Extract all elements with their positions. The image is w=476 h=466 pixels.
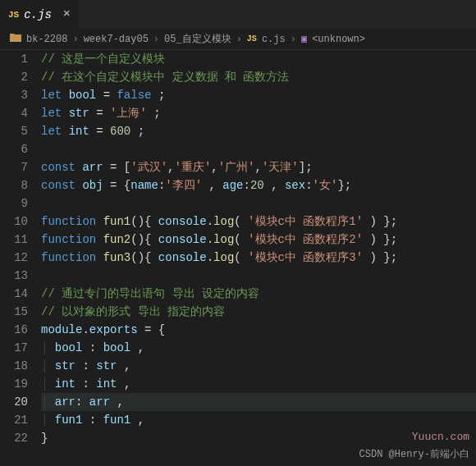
file-tab[interactable]: JS c.js × [0,0,80,29]
code-line: const arr = ['武汉','重庆','广州','天津']; [41,158,476,176]
line-gutter: 12345678910111213141516171819202122 [0,50,41,464]
line-number: 10 [0,212,28,231]
code-line: function fun1(){ console.log( '模块c中 函数程序… [41,212,476,231]
code-line: // 通过专门的导出语句 导出 设定的内容 [41,285,476,303]
line-number: 4 [0,104,28,122]
breadcrumb-file[interactable]: c.js [262,34,286,45]
line-number: 9 [0,194,28,212]
js-file-icon: JS [247,34,257,43]
code-line: let bool = false ; [41,86,476,104]
breadcrumb-seg[interactable]: bk-2208 [26,34,67,45]
watermark: Yuucn.com [412,431,469,443]
line-number: 18 [0,357,28,375]
code-line: } [41,429,476,447]
breadcrumb-seg[interactable]: week7-day05 [84,34,149,45]
line-number: 13 [0,267,28,285]
code-line: let int = 600 ; [41,122,476,140]
tab-bar: JS c.js × [0,0,476,29]
line-number: 2 [0,68,28,86]
chevron-right-icon: › [236,34,242,45]
code-line: // 这是一个自定义模块 [41,50,476,68]
line-number: 6 [0,140,28,158]
code-line: const obj = {name:'李四' , age:20 , sex:'女… [41,176,476,194]
line-number: 21 [0,411,28,429]
code-line: │ str : str , [41,357,476,375]
folder-icon [10,33,21,46]
code-line: │ bool : bool , [41,339,476,357]
watermark: CSDN @Henry-前端小白 [359,447,469,461]
breadcrumb-seg[interactable]: 05_自定义模块 [164,32,231,46]
line-number: 11 [0,231,28,249]
line-number: 22 [0,429,28,447]
code-line: let str = '上海' ; [41,104,476,122]
code-line: module.exports = { [41,321,476,339]
tab-filename: c.js [24,8,52,21]
close-icon[interactable]: × [63,7,71,21]
line-number: 8 [0,176,28,194]
line-number: 14 [0,285,28,303]
line-number: 1 [0,50,28,68]
code-line [41,194,476,212]
code-area[interactable]: // 这是一个自定义模块 // 在这个自定义模块中 定义数据 和 函数方法 le… [41,50,476,464]
code-line: │ fun1 : fun1 , [41,411,476,429]
code-line: // 以对象的形式 导出 指定的内容 [41,303,476,321]
code-line [41,140,476,158]
line-number: 12 [0,249,28,267]
line-number: 3 [0,86,28,104]
code-line: // 在这个自定义模块中 定义数据 和 函数方法 [41,68,476,86]
code-editor[interactable]: 12345678910111213141516171819202122 // 这… [0,50,476,464]
code-line [41,267,476,285]
code-line: function fun3(){ console.log( '模块c中 函数程序… [41,249,476,267]
line-number: 16 [0,321,28,339]
breadcrumb-symbol[interactable]: <unknown> [312,34,365,45]
line-number: 20 [0,393,28,411]
chevron-right-icon: › [291,34,296,45]
line-number: 5 [0,122,28,140]
line-number: 7 [0,158,28,176]
line-number: 17 [0,339,28,357]
code-line: function fun2(){ console.log( '模块c中 函数程序… [41,231,476,249]
chevron-right-icon: › [153,34,159,45]
code-line-active: │ arr: arr , [41,393,476,411]
chevron-right-icon: › [72,34,78,45]
code-line: │ int : int , [41,375,476,393]
line-number: 19 [0,375,28,393]
js-file-icon: JS [8,10,19,20]
breadcrumb[interactable]: bk-2208 › week7-day05 › 05_自定义模块 › JS c.… [0,29,476,50]
line-number: 15 [0,303,28,321]
symbol-icon: ▣ [301,33,307,45]
